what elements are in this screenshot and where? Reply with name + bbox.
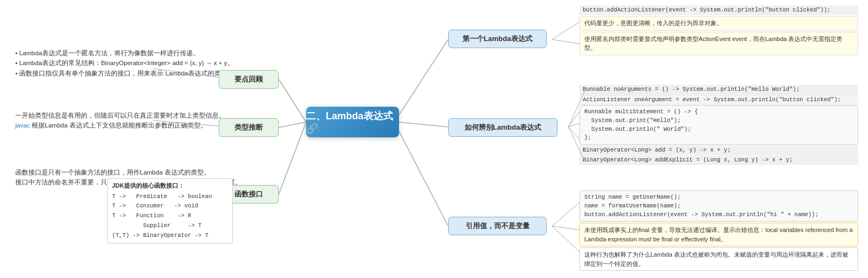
- svg-line-9: [552, 22, 579, 39]
- branch-yinyong: 引用值，而不是变量: [448, 217, 547, 235]
- svg-line-2: [279, 122, 306, 194]
- branch-leixing: 类型推断: [219, 118, 279, 137]
- svg-line-16: [552, 202, 579, 226]
- yinyong-code: String name = getUserName(); name = form…: [579, 190, 858, 222]
- branch-ruhe: 如何辨别Lambda表达式: [448, 118, 558, 137]
- diyige-block1: 代码量更少，意图更清晰，传入的是行为而非对象。: [579, 16, 858, 31]
- svg-line-5: [399, 131, 448, 226]
- svg-line-3: [399, 39, 448, 115]
- svg-line-18: [552, 226, 579, 252]
- svg-line-10: [552, 39, 579, 44]
- svg-line-1: [279, 122, 306, 128]
- center-label: 二、Lambda表达式 🔗: [306, 109, 399, 135]
- yinyong-warn1: 未使用既成事实上的final 变量，导致无法通过编译。显示出错信息：local …: [579, 223, 858, 246]
- center-node: 二、Lambda表达式 🔗: [306, 107, 399, 137]
- branch-diyige: 第一个Lambda表达式: [448, 30, 547, 48]
- mindmap-container: 二、Lambda表达式 🔗 要点回顾 类型推断 函数接口 第一个Lambda表达…: [0, 0, 868, 278]
- yinyong-warn2: 这种行为也解释了为什么Lambda 表达式也被称为闭包。未赋值的变量与周边环境隔…: [579, 247, 858, 271]
- svg-line-4: [399, 122, 448, 127]
- jdk-box-title: JDK提供的核心函数接口：: [112, 181, 228, 190]
- ruhe-line3: Runnable multiStatement = () -> { System…: [579, 105, 858, 145]
- svg-line-0: [279, 79, 306, 122]
- jdk-box-content: T -> Predicate -> boolean T -> Consumer …: [112, 192, 228, 241]
- branch-yaodian: 要点回顾: [219, 70, 279, 89]
- yinyong-code-area: String name = getUserName(); name = form…: [579, 190, 858, 271]
- svg-line-17: [552, 226, 579, 230]
- diyige-block2: 使用匿名内部类时需要显式地声明参数类型ActionEvent event，而在L…: [579, 32, 858, 55]
- jdk-functions-box: JDK提供的核心函数接口： T -> Predicate -> boolean …: [107, 178, 233, 244]
